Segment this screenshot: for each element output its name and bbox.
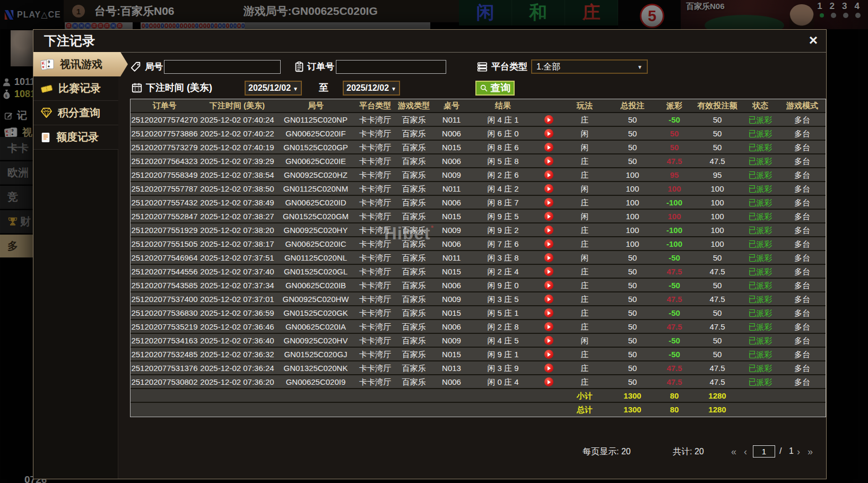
cell-side: 闲 (561, 141, 608, 153)
date-to-picker[interactable]: 2025/12/02▼ (343, 81, 400, 96)
cell-side: 庄 (561, 306, 608, 319)
play-result-icon[interactable] (544, 281, 553, 290)
order-input[interactable] (336, 60, 446, 74)
cell-game: 百家乐 (395, 113, 433, 126)
cell-play (536, 265, 561, 278)
cell-result: 闲 8 庄 6 (470, 141, 536, 153)
play-result-icon[interactable] (544, 239, 553, 248)
page-number-input[interactable] (753, 445, 775, 458)
cell-status: 已派彩 (743, 306, 778, 319)
play-result-icon[interactable] (544, 198, 553, 207)
play-result-icon[interactable] (544, 308, 553, 317)
platform-icon (476, 61, 488, 73)
play-result-icon[interactable] (544, 267, 553, 276)
tab-label: 积分查询 (58, 106, 100, 120)
bet-records-table: 订单号下注时间 (美东)局号平台类型游戏类型桌号结果玩法总投注派彩有效投注额状态… (130, 99, 826, 417)
cell-valid: 50 (692, 279, 743, 291)
play-result-icon[interactable] (544, 157, 553, 166)
cell-result: 闲 7 庄 6 (470, 237, 536, 250)
cell-table: N006 (433, 237, 470, 250)
tag-icon (130, 61, 142, 73)
platform-select-value: 1.全部 (536, 62, 560, 71)
cell-game: 百家乐 (395, 251, 433, 264)
cell-result: 闲 9 庄 0 (470, 279, 536, 291)
cell-round: GN00625C020IA (276, 320, 355, 333)
cell-valid: 100 (692, 237, 743, 250)
cell-valid: 100 (692, 210, 743, 222)
play-result-icon[interactable] (544, 184, 553, 193)
cell-side: 闲 (561, 210, 608, 222)
play-result-icon[interactable] (544, 115, 553, 124)
cell-round: GN01325C020NK (276, 361, 355, 374)
cell-time: 2025-12-02 07:38:49 (198, 196, 276, 209)
play-result-icon[interactable] (544, 364, 553, 373)
table-row: 2512020775435852025-12-02 07:37:34GN0062… (131, 279, 826, 292)
cell-platform: 卡卡湾厅 (355, 265, 395, 278)
cell-mode: 多台 (778, 292, 827, 305)
first-page-icon[interactable]: « (731, 446, 736, 457)
play-result-icon[interactable] (544, 322, 553, 331)
modal-content: 局号 订单号 平台类型 1.全部 ▼ 下注时间 (美东) 2025/12/02▼… (118, 52, 826, 479)
cell-table: N009 (433, 334, 470, 347)
cell-time: 2025-12-02 07:36:32 (198, 348, 276, 360)
cell-order: 251202077557787 (131, 182, 198, 195)
tab-credit-records[interactable]: 额度记录 (33, 125, 118, 150)
date-from-picker[interactable]: 2025/12/02▼ (245, 81, 302, 96)
tab-video-games[interactable]: K♥9♠ 视讯游戏 (33, 52, 128, 76)
play-result-icon[interactable] (544, 226, 553, 235)
query-button[interactable]: 查询 (475, 81, 515, 96)
play-result-icon[interactable] (544, 143, 553, 152)
cell-game: 百家乐 (395, 320, 433, 333)
cell-valid: 100 (692, 196, 743, 209)
bet-time-filter-label: 下注时间 (美东) (146, 81, 212, 94)
play-result-icon[interactable] (544, 350, 553, 359)
table-row: 2512020775469642025-12-02 07:37:51GN0112… (131, 251, 826, 265)
subtotal-row-cell-game (395, 389, 433, 402)
prev-page-icon[interactable]: ‹ (744, 446, 747, 457)
column-header: 状态 (743, 99, 778, 112)
play-result-icon[interactable] (544, 377, 553, 386)
cell-total: 50 (608, 113, 657, 126)
column-header: 游戏类型 (395, 99, 433, 112)
cell-time: 2025-12-02 07:37:51 (198, 251, 276, 264)
table-row: 2512020775445562025-12-02 07:37:40GN0152… (131, 265, 826, 279)
platform-select[interactable]: 1.全部 ▼ (531, 59, 648, 74)
column-header: 玩法 (561, 99, 608, 112)
grand-total-row-cell-time (198, 403, 276, 417)
cell-game: 百家乐 (395, 182, 433, 195)
play-result-icon[interactable] (544, 212, 553, 221)
play-result-icon[interactable] (544, 170, 553, 179)
tab-points-query[interactable]: 积分查询 (33, 101, 118, 125)
cell-mode: 多台 (778, 361, 827, 374)
round-input[interactable] (164, 60, 281, 74)
next-page-icon[interactable]: › (797, 446, 800, 457)
cell-order: 251202077544556 (131, 265, 198, 278)
cell-round: GN00625C020IC (276, 237, 355, 250)
cell-mode: 多台 (778, 141, 827, 153)
grand-total-row-cell-round (276, 403, 355, 417)
cell-payout: 47.5 (657, 292, 692, 305)
cell-platform: 卡卡湾厅 (355, 196, 395, 209)
play-result-icon[interactable] (544, 253, 553, 262)
cell-mode: 多台 (778, 210, 827, 222)
cell-mode: 多台 (778, 320, 827, 333)
subtotal-row-cell-order (131, 389, 198, 402)
cell-time: 2025-12-02 07:39:29 (198, 154, 276, 167)
cell-platform: 卡卡湾厅 (355, 182, 395, 195)
cell-payout: -50 (657, 251, 692, 264)
cell-total: 50 (608, 154, 657, 167)
close-icon[interactable]: × (809, 31, 818, 50)
cell-platform: 卡卡湾厅 (355, 320, 395, 333)
cell-side: 庄 (561, 348, 608, 360)
play-result-icon[interactable] (544, 295, 553, 304)
grand-total-row-cell-order (131, 403, 198, 417)
cell-time: 2025-12-02 07:40:24 (198, 113, 276, 126)
last-page-icon[interactable]: » (808, 446, 813, 457)
play-result-icon[interactable] (544, 336, 553, 345)
cell-payout: -100 (657, 223, 692, 236)
play-result-icon[interactable] (544, 129, 553, 138)
tab-match-records[interactable]: 比赛记录 (33, 76, 118, 101)
table-row: 2512020775374002025-12-02 07:37:01GN0092… (131, 292, 826, 306)
cell-result: 闲 5 庄 8 (470, 154, 536, 167)
subtotal-row-cell-payout: 80 (657, 389, 692, 402)
